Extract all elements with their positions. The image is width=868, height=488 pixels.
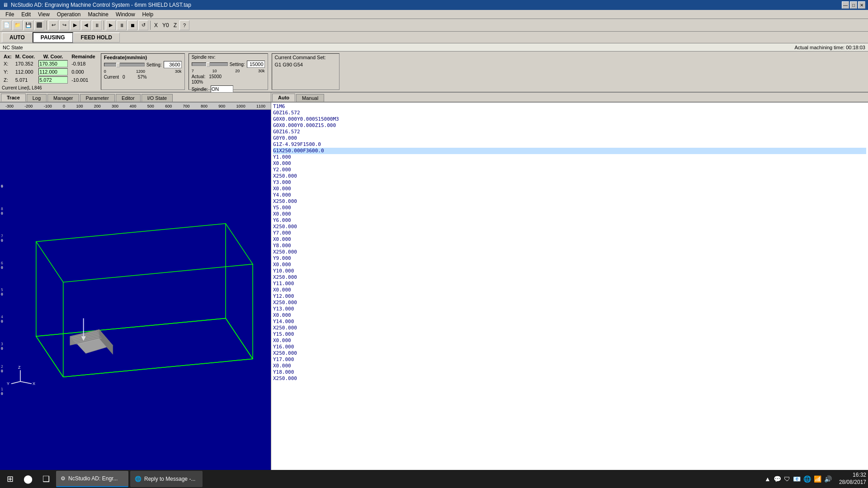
tb-reset[interactable]: ↺ <box>138 20 148 30</box>
tab-io-state[interactable]: I/O State <box>142 94 173 102</box>
search-button[interactable]: ⬤ <box>20 471 36 487</box>
gcode-line-16[interactable]: Y5.000 <box>273 205 866 211</box>
tb-help[interactable]: ? <box>179 20 189 30</box>
gcode-line-17[interactable]: X0.000 <box>273 211 866 217</box>
gcode-line-39[interactable]: X250.000 <box>273 350 866 357</box>
gcode-line-0[interactable]: T1M6 <box>273 103 866 110</box>
tray-expand[interactable]: ▲ <box>764 475 771 483</box>
feedrate-setting-input[interactable] <box>164 61 182 68</box>
gcode-line-6[interactable]: G1Z-4.929F1500.0 <box>273 141 866 148</box>
gcode-line-27[interactable]: X250.000 <box>273 274 866 281</box>
gcode-line-2[interactable]: G0X0.000Y0.000S15000M3 <box>273 116 866 122</box>
gcode-line-29[interactable]: X0.000 <box>273 287 866 293</box>
tb-pause[interactable]: ⏸ <box>117 20 127 30</box>
tray-network[interactable]: 🌐 <box>803 475 811 483</box>
gcode-line-18[interactable]: Y6.000 <box>273 217 866 224</box>
start-button[interactable]: ⊞ <box>2 471 18 487</box>
gcode-line-7[interactable]: G1X250.000F3600.0 <box>273 148 866 154</box>
menu-machine[interactable]: Machine <box>85 10 112 19</box>
tray-wifi[interactable]: 📶 <box>814 475 821 483</box>
tb-stop[interactable]: ⏹ <box>127 20 137 30</box>
spindle-onoff-input[interactable] <box>211 85 233 93</box>
gcode-line-42[interactable]: Y18.000 <box>273 369 866 375</box>
gcode-line-30[interactable]: Y12.000 <box>273 293 866 300</box>
tb-btn8[interactable]: ◀ <box>81 20 91 30</box>
taskbar-app-ncstudio[interactable]: ⚙ NcStudio AD: Engr... <box>56 471 128 487</box>
taskview-button[interactable]: ❑ <box>38 471 54 487</box>
gcode-line-9[interactable]: X0.000 <box>273 160 866 167</box>
gcode-line-13[interactable]: X0.000 <box>273 186 866 192</box>
gcode-line-24[interactable]: Y9.000 <box>273 255 866 262</box>
gcode-line-41[interactable]: X0.000 <box>273 363 866 369</box>
gcode-line-1[interactable]: G0Z16.572 <box>273 110 866 116</box>
gcode-line-4[interactable]: G0Z16.572 <box>273 129 866 135</box>
tab-editor[interactable]: Editor <box>116 94 141 102</box>
tb-redo[interactable]: ↪ <box>59 20 69 30</box>
menu-file[interactable]: File <box>2 10 18 19</box>
menu-help[interactable]: Help <box>139 10 157 19</box>
gcode-line-23[interactable]: X250.000 <box>273 249 866 255</box>
title-bar-right[interactable]: — □ ✕ <box>842 1 865 9</box>
gcode-line-38[interactable]: Y16.000 <box>273 344 866 350</box>
menu-edit[interactable]: Edit <box>18 10 34 19</box>
spindle-slider-thumb[interactable] <box>206 62 210 67</box>
tab-parameter[interactable]: Parameter <box>80 94 115 102</box>
axis-x-wcoor-input[interactable] <box>38 60 68 67</box>
minimize-button[interactable]: — <box>842 1 849 9</box>
maximize-button[interactable]: □ <box>850 1 857 9</box>
gcode-line-21[interactable]: X0.000 <box>273 236 866 243</box>
gcode-line-25[interactable]: X0.000 <box>273 262 866 268</box>
gcode-line-43[interactable]: X250.000 <box>273 375 866 382</box>
gcode-line-35[interactable]: X250.000 <box>273 325 866 331</box>
tb-save[interactable]: 💾 <box>24 20 33 30</box>
tb-play[interactable]: ▶ <box>106 20 116 30</box>
gcode-line-28[interactable]: Y11.000 <box>273 281 866 287</box>
gcode-list[interactable]: T1M6G0Z16.572G0X0.000Y0.000S15000M3G0X0.… <box>271 103 868 473</box>
tab-log[interactable]: Log <box>27 94 47 102</box>
gcode-line-37[interactable]: X0.000 <box>273 338 866 344</box>
menu-view[interactable]: View <box>34 10 53 19</box>
tab-trace[interactable]: Trace <box>1 94 26 102</box>
feedrate-slider-track[interactable] <box>104 63 145 66</box>
pausing-button[interactable]: PAUSING <box>33 32 73 43</box>
axis-z-wcoor-input[interactable] <box>38 76 68 84</box>
gcode-line-31[interactable]: X250.000 <box>273 300 866 306</box>
taskbar-app-reply[interactable]: 🌐 Reply to Message -... <box>130 471 203 487</box>
gcode-line-11[interactable]: X250.000 <box>273 173 866 179</box>
tab-manual[interactable]: Manual <box>296 94 324 102</box>
tb-open[interactable]: 📁 <box>13 20 23 30</box>
gcode-line-34[interactable]: Y14.000 <box>273 319 866 325</box>
trace-view[interactable]: 9 0 0 8 0 0 7 0 0 6 0 0 5 0 0 4 0 <box>0 110 271 473</box>
spindle-setting-input[interactable] <box>247 61 265 68</box>
menu-operation[interactable]: Operation <box>53 10 85 19</box>
tray-volume[interactable]: 🔊 <box>824 475 832 483</box>
tab-auto[interactable]: Auto <box>272 94 295 102</box>
gcode-line-12[interactable]: Y3.000 <box>273 179 866 186</box>
tab-manager[interactable]: Manager <box>47 94 79 102</box>
feedrate-slider-thumb[interactable] <box>116 63 120 67</box>
gcode-line-8[interactable]: Y1.000 <box>273 154 866 160</box>
axis-y-wcoor-input[interactable] <box>38 68 68 75</box>
tray-shield[interactable]: 🛡 <box>784 475 790 483</box>
tray-email[interactable]: 📧 <box>793 475 801 483</box>
gcode-line-26[interactable]: Y10.000 <box>273 268 866 274</box>
gcode-line-32[interactable]: Y13.000 <box>273 306 866 312</box>
feedhold-button[interactable]: FEED HOLD <box>73 33 120 42</box>
auto-button[interactable]: AUTO <box>2 33 33 42</box>
tb-btn9[interactable]: ⏸ <box>92 20 102 30</box>
gcode-line-3[interactable]: G0X0.000Y0.000Z15.000 <box>273 122 866 129</box>
tb-btn7[interactable]: ▶ <box>70 20 80 30</box>
gcode-line-33[interactable]: X0.000 <box>273 312 866 319</box>
tb-new[interactable]: 📄 <box>2 20 12 30</box>
gcode-line-14[interactable]: Y4.000 <box>273 192 866 198</box>
gcode-line-5[interactable]: G0Y0.000 <box>273 135 866 141</box>
gcode-line-40[interactable]: Y17.000 <box>273 357 866 363</box>
gcode-line-36[interactable]: Y15.000 <box>273 331 866 338</box>
tb-btn4[interactable]: ⬛ <box>34 20 44 30</box>
gcode-line-15[interactable]: X250.000 <box>273 198 866 205</box>
close-button[interactable]: ✕ <box>858 1 865 9</box>
gcode-line-22[interactable]: Y8.000 <box>273 243 866 249</box>
gcode-line-10[interactable]: Y2.000 <box>273 167 866 173</box>
gcode-line-20[interactable]: Y7.000 <box>273 230 866 236</box>
tray-msg[interactable]: 💬 <box>774 475 781 483</box>
